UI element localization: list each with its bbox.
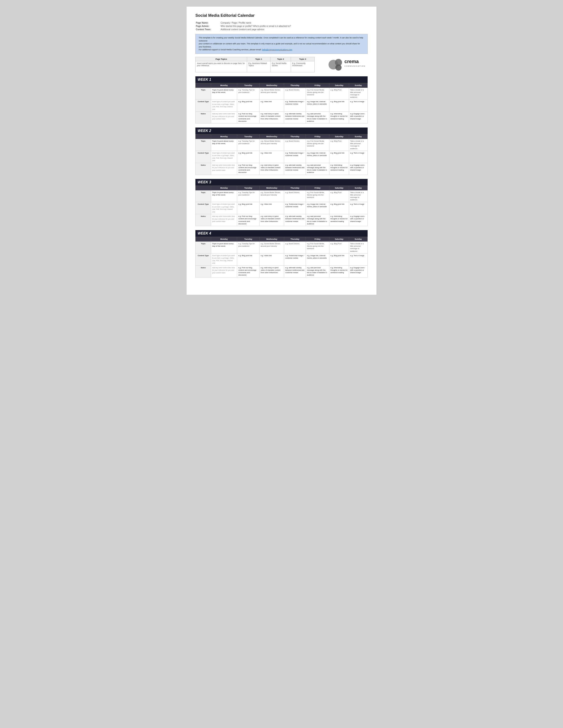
week-header-2: WEEK 2 (195, 128, 368, 134)
day-header-tuesday: Tuesday (237, 83, 259, 88)
row-label-notes: Notes (195, 112, 211, 124)
table-cell: e.g. Engage users with a question or sha… (349, 214, 368, 226)
topics-row1-col0: Insert overall topics you want to discus… (195, 61, 247, 72)
table-cell: e.g. Interesting thoughts or stories for… (329, 112, 349, 124)
table-cell: e.g. add personal message along with the… (306, 163, 330, 175)
table-cell: e.g. Social Media Stories around your In… (259, 242, 284, 253)
table-cell: Insert type of content you want to use h… (211, 99, 237, 112)
table-cell: e.g. Brand Stories (284, 190, 306, 202)
row-label-topic: Topic (195, 139, 211, 151)
page-admin-label: Page Admin: (196, 25, 220, 28)
table-cell: e.g. Post our blog content and encourage… (237, 163, 259, 175)
table-cell: e.g. Post our blog content and encourage… (237, 214, 259, 226)
table-cell: Add any other extra notes here for your … (211, 163, 237, 175)
table-cell: e.g. Testimonial Image / customer review (284, 253, 306, 265)
table-cell: e.g. Fun Social Media Stories going into… (306, 88, 330, 99)
day-header-monday: Monday (211, 83, 237, 88)
table-cell: e.g. Blog Post (329, 139, 349, 151)
table-cell: e.g. Interesting thoughts or stories for… (329, 214, 349, 226)
table-cell: e.g. add personal message along with the… (306, 265, 330, 277)
table-cell: e.g. add personal message along with the… (306, 112, 330, 124)
topics-section: Page Topics Topic 1 Topic 2 Topic 3 Inse… (195, 57, 368, 72)
day-header-sunday: Sunday (349, 134, 368, 139)
row-label-topic: Topic (195, 88, 211, 99)
day-header-saturday: Saturday (329, 83, 349, 88)
topics-outer: Page Topics Topic 1 Topic 2 Topic 3 Inse… (195, 57, 368, 72)
table-cell: e.g. Engage users with a question or sha… (349, 163, 368, 175)
row-label-content-type: Content Type (195, 151, 211, 163)
table-cell: e.g. alternate weekly between testimonia… (284, 163, 306, 175)
table-cell: e.g. Testimonial Image / customer review (284, 151, 306, 163)
table-cell: e.g. Text or Image (349, 99, 368, 112)
table-cell: e.g. Tuesday Tips for your audience (237, 190, 259, 202)
table-cell: e.g. Tuesday Tips for your audience (237, 242, 259, 253)
email-link[interactable]: hello@cremacommunications.com (262, 49, 292, 51)
table-cell: e.g. Video link (259, 151, 284, 163)
table-cell: e.g. Tuesday Tips for your audience (237, 88, 259, 99)
page-container: Social Media Editorial Calendar Page Nam… (186, 7, 377, 295)
info-line1: This template is for creating your weekl… (199, 37, 363, 42)
table-cell: e.g. Social Media Stories around your In… (259, 88, 284, 99)
table-cell: e.g. Blog post link (237, 151, 259, 163)
logo-area: crema COMMUNICATIONS & MARKETING (319, 57, 368, 72)
table-cell: Topic to post about every day of the wee… (211, 190, 237, 202)
page-admin-value: Who started this page or profile? Who's … (220, 25, 291, 28)
content-team-label: Content Team: (196, 28, 220, 31)
week-section-4: WEEK 4MondayTuesdayWednesdayThursdayFrid… (195, 230, 368, 278)
table-cell: e.g. Image link, Internet meme, jokes or… (306, 253, 330, 265)
table-cell: e.g. Brand Stories (284, 88, 306, 99)
table-cell: e.g. Image link, Internet meme, jokes or… (306, 99, 330, 112)
crema-logo: crema COMMUNICATIONS & MARKETING (321, 57, 366, 72)
table-cell: e.g. neat story or quick video of sharab… (259, 265, 284, 277)
table-cell: Take a break or a little personal messag… (349, 139, 368, 151)
table-cell: e.g. alternate weekly between testimonia… (284, 214, 306, 226)
table-cell: e.g. Engage users with a question or sha… (349, 265, 368, 277)
day-header-sunday: Sunday (349, 237, 368, 242)
day-header-wednesday: Wednesday (259, 134, 284, 139)
info-box: This template is for creating your weekl… (195, 34, 368, 54)
day-header-wednesday: Wednesday (259, 186, 284, 190)
table-cell: e.g. Brand Stories (284, 139, 306, 151)
table-cell: Add any other extra notes here for your … (211, 214, 237, 226)
row-label-notes: Notes (195, 163, 211, 175)
svg-text:crema: crema (345, 59, 359, 64)
table-cell: e.g. Blog post link (237, 99, 259, 112)
day-header-monday: Monday (211, 134, 237, 139)
table-cell: Take a break or a little personal messag… (349, 88, 368, 99)
table-cell: Insert type of content you want to use h… (211, 253, 237, 265)
day-header-monday: Monday (211, 237, 237, 242)
topics-row1-col1: E.g. Business Related Topics (247, 61, 270, 72)
table-cell: e.g. Brand Stories (284, 242, 306, 253)
page-name-value: Company / Page / Profile name (220, 21, 291, 24)
row-label-notes: Notes (195, 214, 211, 226)
day-header-sunday: Sunday (349, 186, 368, 190)
table-cell: e.g. neat story or quick video of sharab… (259, 163, 284, 175)
day-header-monday: Monday (211, 186, 237, 190)
table-cell: e.g. Blog Post (329, 190, 349, 202)
day-header-friday: Friday (306, 237, 330, 242)
table-cell: e.g. neat story or quick video of sharab… (259, 214, 284, 226)
topics-header-col3: Topic 3 (291, 57, 315, 61)
weeks-container: WEEK 1MondayTuesdayWednesdayThursdayFrid… (195, 76, 368, 278)
table-cell: e.g. Interesting thoughts or stories for… (329, 163, 349, 175)
table-cell: Add any other extra notes here for your … (211, 265, 237, 277)
day-header-saturday: Saturday (329, 186, 349, 190)
table-cell: e.g. Testimonial Image / customer review (284, 99, 306, 112)
table-cell: e.g. add personal message along with the… (306, 214, 330, 226)
table-cell: Take a break or a little personal messag… (349, 242, 368, 253)
week-header-1: WEEK 1 (195, 76, 368, 83)
table-cell: Take a break or a little personal messag… (349, 190, 368, 202)
info-line2: your content or collaborate on content w… (199, 43, 360, 48)
table-cell: e.g. Video link (259, 202, 284, 214)
page-name-label: Page Name: (196, 21, 220, 24)
week-table-1: MondayTuesdayWednesdayThursdayFridaySatu… (195, 83, 368, 124)
row-label-content-type: Content Type (195, 253, 211, 265)
table-cell: e.g. Text or Image (349, 253, 368, 265)
week-section-2: WEEK 2MondayTuesdayWednesdayThursdayFrid… (195, 128, 368, 175)
svg-text:COMMUNICATIONS & MARKETING: COMMUNICATIONS & MARKETING (345, 65, 366, 67)
week-header-3: WEEK 3 (195, 179, 368, 186)
table-cell: e.g. Post our blog content and encourage… (237, 112, 259, 124)
table-cell: Insert type of content you want to use h… (211, 151, 237, 163)
table-cell: e.g. Blog post link (329, 151, 349, 163)
table-cell: e.g. Video link (259, 99, 284, 112)
